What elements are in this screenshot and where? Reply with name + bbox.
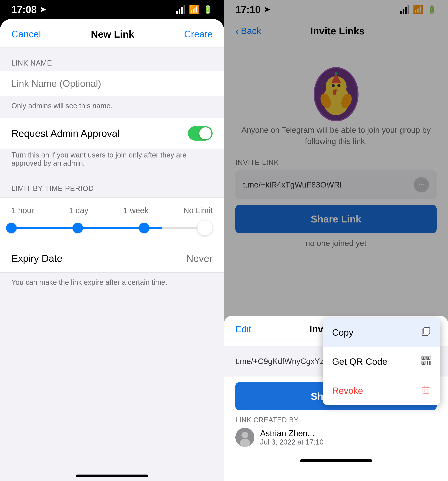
- creator-avatar-svg: [235, 428, 254, 447]
- svg-rect-22: [427, 361, 428, 363]
- copy-label: Copy: [332, 327, 353, 338]
- edit-button[interactable]: Edit: [235, 324, 251, 334]
- slider-label-1week: 1 week: [123, 206, 149, 215]
- toggle-label: Request Admin Approval: [11, 128, 120, 139]
- left-status-bar: 17:08 ➤ 📶 🔋: [0, 0, 224, 19]
- creator-avatar: [235, 428, 254, 447]
- slider-thumb-3[interactable]: [139, 223, 150, 233]
- admin-approval-toggle[interactable]: [188, 126, 213, 141]
- left-content: LINK NAME Only admins will see this name…: [0, 48, 224, 462]
- wifi-icon: 📶: [189, 5, 199, 15]
- location-icon: ➤: [40, 5, 46, 14]
- left-panel: 17:08 ➤ 📶 🔋 Cancel New Link Create LINK …: [0, 0, 224, 481]
- copy-icon: [421, 326, 431, 338]
- slider-thumb-2[interactable]: [72, 223, 83, 233]
- battery-icon: 🔋: [203, 5, 213, 14]
- slider-thumb-1[interactable]: [6, 223, 17, 233]
- qr-label: Get QR Code: [332, 356, 387, 367]
- link-name-helper: Only admins will see this name.: [0, 98, 224, 118]
- trash-icon: [421, 384, 431, 397]
- link-name-input[interactable]: [0, 71, 224, 96]
- bottom-sheet-overlay: Edit Invite Link Done t.me/+C9gKdfWnyCgx…: [224, 0, 448, 481]
- link-name-card: [0, 71, 224, 96]
- slider-label-1hour: 1 hour: [11, 206, 34, 215]
- expiry-helper: You can make the link expire after a cer…: [0, 275, 224, 290]
- svg-point-13: [240, 439, 250, 447]
- context-menu-revoke[interactable]: Revoke: [323, 376, 440, 405]
- svg-rect-17: [423, 357, 425, 359]
- context-menu-copy[interactable]: Copy: [323, 318, 440, 347]
- svg-rect-21: [423, 362, 425, 364]
- left-time: 17:08: [11, 4, 37, 15]
- svg-rect-15: [424, 328, 430, 334]
- context-menu-qr[interactable]: Get QR Code: [323, 347, 440, 376]
- svg-rect-25: [429, 363, 431, 365]
- expiry-value: Never: [186, 253, 213, 264]
- context-menu: Copy Get QR Code: [323, 318, 440, 405]
- left-sheet: Cancel New Link Create LINK NAME Only ad…: [0, 19, 224, 481]
- svg-rect-19: [427, 357, 429, 359]
- left-nav-bar: Cancel New Link Create: [0, 19, 224, 48]
- cancel-button[interactable]: Cancel: [11, 29, 41, 40]
- left-status-icons: 📶 🔋: [176, 5, 213, 15]
- svg-point-12: [242, 432, 248, 438]
- link-name-section-label: LINK NAME: [0, 59, 224, 71]
- overlay-spacer[interactable]: [224, 0, 448, 316]
- signal-icon: [176, 5, 185, 14]
- right-panel: 17:10 ➤ 📶 🔋 ‹ Back Invite Links: [224, 0, 448, 481]
- toggle-row: Request Admin Approval: [0, 118, 224, 149]
- home-indicator: [0, 462, 224, 481]
- svg-rect-24: [427, 363, 428, 365]
- link-created-section: LINK CREATED BY Astrian Zhen... Jul 3, 2…: [224, 410, 448, 447]
- right-home-bar: [300, 459, 372, 462]
- admin-approval-card: Request Admin Approval: [0, 118, 224, 149]
- creator-name: Astrian Zhen...: [260, 428, 324, 438]
- time-period-label: LIMIT BY TIME PERIOD: [0, 175, 224, 197]
- left-status-time: 17:08 ➤: [11, 4, 46, 15]
- toggle-knob: [199, 127, 212, 139]
- home-bar: [76, 474, 148, 477]
- qr-icon: [421, 355, 431, 368]
- expiry-row[interactable]: Expiry Date Never: [0, 244, 224, 272]
- slider-label-1day: 1 day: [69, 206, 88, 215]
- slider-label-nolimit: No Limit: [183, 206, 213, 215]
- toggle-helper: Turn this on if you want users to join o…: [0, 151, 224, 175]
- revoke-label: Revoke: [332, 385, 363, 396]
- slider-container: 1 hour 1 day 1 week No Limit: [0, 197, 224, 244]
- expiry-label: Expiry Date: [11, 253, 62, 264]
- creator-info: Astrian Zhen... Jul 3, 2022 at 17:10: [260, 428, 324, 446]
- creator-date: Jul 3, 2022 at 17:10: [260, 438, 324, 446]
- creator-row: Astrian Zhen... Jul 3, 2022 at 17:10: [235, 428, 437, 447]
- time-period-card: 1 hour 1 day 1 week No Limit: [0, 197, 224, 273]
- svg-rect-23: [429, 361, 431, 363]
- slider-track[interactable]: [11, 220, 213, 236]
- slider-labels: 1 hour 1 day 1 week No Limit: [11, 206, 213, 215]
- slider-thumb-4[interactable]: [197, 220, 213, 236]
- right-home-indicator: [224, 447, 448, 466]
- create-button[interactable]: Create: [184, 29, 213, 40]
- new-link-title: New Link: [91, 29, 134, 40]
- link-created-label: LINK CREATED BY: [235, 416, 437, 424]
